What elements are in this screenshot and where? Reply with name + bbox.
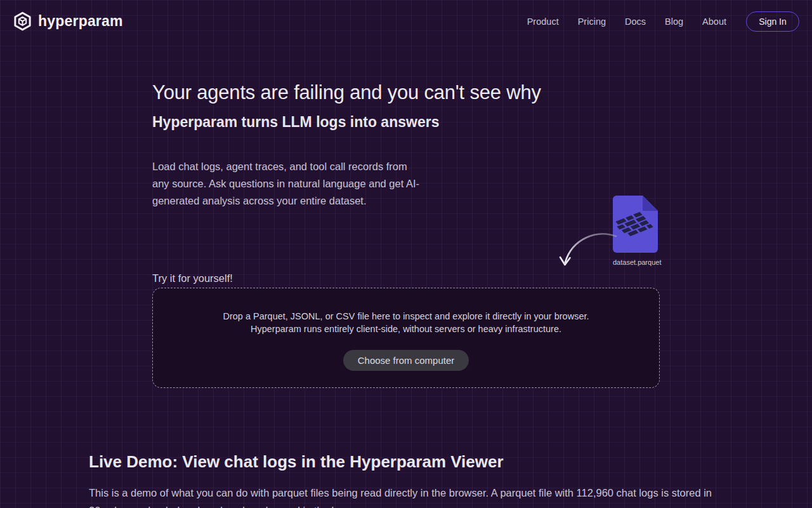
nav-link-about[interactable]: About [702,17,726,27]
live-demo-title: Live Demo: View chat logs in the Hyperpa… [89,452,504,472]
choose-from-computer-button[interactable]: Choose from computer [343,350,469,371]
nav-link-product[interactable]: Product [527,17,559,27]
brand-name: hyperparam [38,13,123,30]
nav-link-blog[interactable]: Blog [665,17,683,27]
nav-link-pricing[interactable]: Pricing [578,17,606,27]
dataset-file-figure: dataset.parquet [613,196,658,266]
live-demo-description: This is a demo of what you can do with p… [89,484,723,508]
dataset-file-label: dataset.parquet [613,258,658,266]
hero-description: Load chat logs, agent traces, and tool c… [152,158,425,210]
curved-arrow-down-icon [554,226,618,277]
drop-zone-instruction-line1: Drop a Parquet, JSONL, or CSV file here … [223,310,589,323]
file-drop-zone[interactable]: Drop a Parquet, JSONL, or CSV file here … [152,288,660,388]
parquet-file-icon [613,196,658,253]
nav-link-docs[interactable]: Docs [625,17,646,27]
hero-title: Your agents are failing and you can't se… [152,81,541,104]
hero-subtitle: Hyperparam turns LLM logs into answers [152,114,439,131]
hyperparam-logo-icon [13,11,32,31]
brand[interactable]: hyperparam [13,11,123,31]
drop-zone-instruction-line2: Hyperparam runs entirely client-side, wi… [251,323,561,335]
try-it-label: Try it for yourself! [152,272,233,284]
top-nav-bar: hyperparam Product Pricing Docs Blog Abo… [0,0,812,43]
main-nav: Product Pricing Docs Blog About Sign In [518,11,799,32]
sign-in-button[interactable]: Sign In [746,11,799,32]
